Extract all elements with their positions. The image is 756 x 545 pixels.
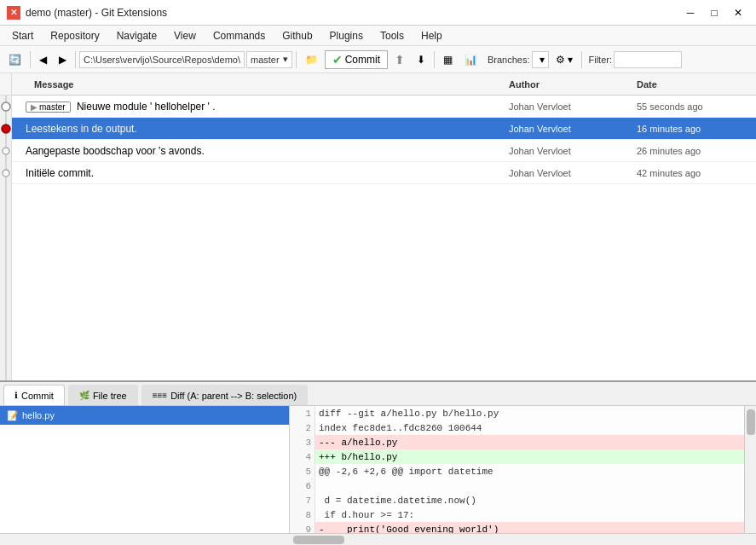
forward-icon: ▶ [59,54,66,66]
refresh-button[interactable]: 🔄 [3,49,26,70]
branches-dropdown-arrow: ▾ [540,54,545,66]
commit-author: Johan Vervloet [509,168,637,178]
commit-author: Johan Vervloet [509,124,637,134]
file-name: hello.py [22,410,55,420]
tab-commit-label: Commit [21,391,54,401]
diff-content: 12345678910111213 diff --git a/hello.py … [290,406,756,533]
col-message-header: Message [34,79,509,90]
diff-line: +++ b/hello.py [315,449,756,464]
path-area: C:\Users\vervljo\Source\Repos\demo\ mast… [79,51,292,68]
commit-row[interactable]: ▶ master Nieuwe module ' hellohelper ' .… [12,96,756,118]
push-button[interactable]: ⬆ [390,49,410,70]
title-bar-buttons: ─ □ ✕ [679,4,749,21]
commit-row[interactable]: Initiële commit. Johan Vervloet 42 minut… [12,162,756,184]
file-icon: 📝 [7,410,19,421]
line-number: 8 [290,507,315,522]
close-button[interactable]: ✕ [727,4,749,21]
commit-date: 16 minutes ago [637,124,756,134]
view-icon: ▦ [443,54,453,66]
menu-navigate[interactable]: Navigate [108,26,165,45]
commit-list: Message Author Date ▶ master Nieuwe modu… [12,73,756,380]
commit-author: Johan Vervloet [509,101,637,112]
commit-message: Leestekens in de output. [26,123,509,135]
diff-line: @@ -2,6 +2,6 @@ import datetime [315,464,756,478]
title-bar: ✕ demo (master) - Git Extensions ─ □ ✕ [0,0,756,26]
toolbar: 🔄 ◀ ▶ C:\Users\vervljo\Source\Repos\demo… [0,46,756,73]
branch-arrow-icon: ▶ [31,102,38,112]
commit-date: 42 minutes ago [637,168,756,178]
commit-row[interactable]: Aangepaste boodschap voor 's avonds. Joh… [12,140,756,162]
commit-date: 26 minutes ago [637,146,756,156]
tab-diff[interactable]: ≡≡≡ Diff (A: parent --> B: selection) [141,385,309,405]
file-item[interactable]: 📝 hello.py [0,406,289,425]
branches-dropdown[interactable]: ▾ [532,51,549,68]
separator-2 [75,51,76,68]
menu-commands[interactable]: Commands [205,26,274,45]
commit-row[interactable]: Leestekens in de output. Johan Vervloet … [12,118,756,140]
diff-line [315,478,756,493]
tab-commit-icon: ℹ [14,391,18,400]
line-number: 3 [290,435,315,449]
diff-line: - print('Good evening world') [315,522,756,533]
tab-file-tree-icon: 🌿 [79,391,89,400]
diff-line: index fec8de1..fdc8260 100644 [315,420,756,435]
commit-message: Aangepaste boodschap voor 's avonds. [26,145,509,157]
diff-panel[interactable]: 12345678910111213 diff --git a/hello.py … [290,406,756,533]
branch-selector[interactable]: master ▾ [246,51,292,68]
commit-list-area: Message Author Date ▶ master Nieuwe modu… [0,73,756,380]
menu-tools[interactable]: Tools [372,26,413,45]
maximize-button[interactable]: □ [703,4,725,21]
forward-button[interactable]: ▶ [54,49,72,70]
line-number: 9 [290,522,315,533]
line-number: 6 [290,478,315,493]
stats-button[interactable]: 📊 [459,49,482,70]
folder-button[interactable]: 📁 [300,49,323,70]
scrollbar-h-thumb[interactable] [293,536,344,544]
back-button[interactable]: ◀ [34,49,52,70]
bottom-tabs: ℹ Commit 🌿 File tree ≡≡≡ Diff (A: parent… [0,382,756,406]
push-icon: ⬆ [395,53,405,67]
svg-point-2 [2,125,10,133]
tab-file-tree-label: File tree [93,391,127,401]
menu-view[interactable]: View [165,26,205,45]
branch-name: master [251,55,280,65]
scrollbar-horizontal[interactable] [0,533,756,545]
menu-help[interactable]: Help [413,26,451,45]
tab-commit[interactable]: ℹ Commit [3,385,65,405]
gear-button[interactable]: ⚙ ▾ [551,49,578,70]
window-title: demo (master) - Git Extensions [26,7,679,19]
branches-label: Branches: [488,55,530,65]
tab-diff-icon: ≡≡≡ [153,391,168,400]
repo-path[interactable]: C:\Users\vervljo\Source\Repos\demo\ [79,51,245,68]
view-toggle-button[interactable]: ▦ [438,49,458,70]
menu-start[interactable]: Start [3,26,42,45]
scrollbar-thumb[interactable] [747,409,755,435]
file-tree-panel: 📝 hello.py [0,406,290,533]
tab-file-tree[interactable]: 🌿 File tree [68,385,138,405]
minimize-button[interactable]: ─ [679,4,701,21]
line-number: 4 [290,449,315,464]
separator-5 [581,51,582,68]
filter-input[interactable] [614,51,682,68]
menu-bar: Start Repository Navigate View Commands … [0,26,756,46]
line-numbers: 12345678910111213 [290,406,315,533]
menu-github[interactable]: Github [274,26,320,45]
commit-message: ▶ master Nieuwe module ' hellohelper ' . [26,101,509,113]
col-author-header: Author [509,79,637,90]
line-number: 1 [290,406,315,420]
fetch-icon: ⬇ [417,54,425,66]
diff-lines: diff --git a/hello.py b/hello.pyindex fe… [315,406,756,533]
menu-plugins[interactable]: Plugins [321,26,372,45]
fetch-button[interactable]: ⬇ [412,49,430,70]
commit-date: 55 seconds ago [637,101,756,112]
separator-3 [296,51,297,68]
gear-dropdown-arrow: ▾ [568,54,573,66]
commit-author: Johan Vervloet [509,146,637,156]
diff-line: d = datetime.datetime.now() [315,493,756,507]
refresh-icon: 🔄 [9,54,21,66]
diff-line: if d.hour >= 17: [315,507,756,522]
svg-point-1 [2,102,10,111]
menu-repository[interactable]: Repository [42,26,107,45]
scrollbar-vertical[interactable] [744,406,756,533]
commit-button[interactable]: ✔ Commit [325,50,388,69]
